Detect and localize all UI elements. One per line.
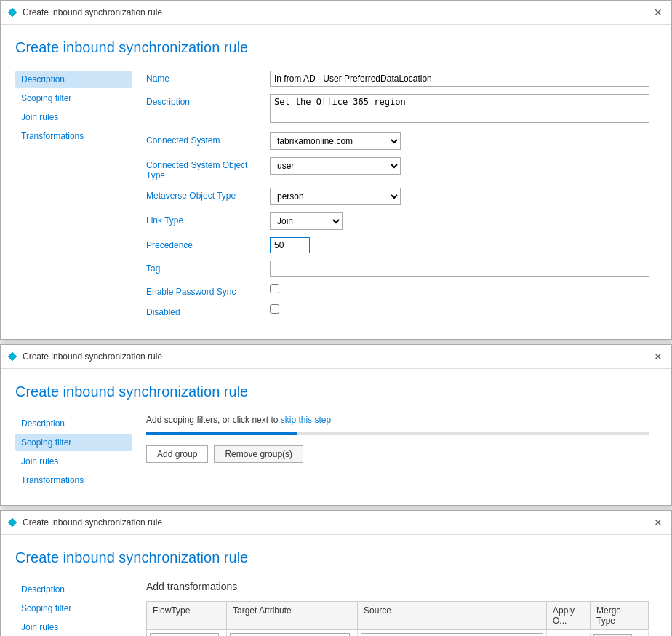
svg-marker-1	[8, 352, 17, 361]
link-type-control: Join	[270, 212, 649, 230]
col-merge: Merge Type	[591, 602, 649, 629]
connected-object-control: user	[270, 157, 649, 175]
main-layout-3: Description Scoping filter Join rules Tr…	[15, 581, 649, 636]
cell-source: msDS-preferredDataLocation	[358, 630, 547, 636]
connected-system-control: fabrikamonline.com	[270, 132, 649, 150]
progress-bar-fill	[146, 432, 297, 435]
page-title-2: Create inbound synchronization rule	[15, 383, 649, 400]
precedence-input[interactable]	[270, 237, 310, 253]
sidebar-3: Description Scoping filter Join rules Tr…	[15, 581, 139, 636]
sidebar-item-transformations-2[interactable]: Transformations	[15, 472, 132, 489]
metaverse-control: person	[270, 188, 649, 205]
close-button-2[interactable]: ✕	[651, 349, 665, 364]
tag-input[interactable]	[270, 261, 649, 277]
remove-group-button[interactable]: Remove group(s)	[214, 445, 303, 463]
title-text-3: Create inbound synchronization rule	[23, 517, 647, 528]
target-attribute-select[interactable]: preferredDataLocation	[230, 633, 350, 636]
add-group-button[interactable]: Add group	[146, 445, 208, 463]
sidebar-item-description-1[interactable]: Description	[15, 71, 132, 88]
scoping-btn-row: Add group Remove group(s)	[146, 445, 649, 463]
sidebar-item-description-2[interactable]: Description	[15, 415, 132, 432]
description-input[interactable]: Set the Office 365 region	[270, 94, 649, 123]
col-apply: Apply O...	[547, 602, 591, 629]
tag-control	[270, 261, 649, 277]
form-area-2: Add scoping filters, or click next to sk…	[139, 415, 649, 490]
col-flowtype: FlowType	[147, 602, 227, 629]
sidebar-item-join-2[interactable]: Join rules	[15, 453, 132, 470]
cell-merge-type: Update	[591, 631, 649, 636]
password-sync-control	[270, 284, 649, 295]
connected-object-row: Connected System Object Type user	[146, 157, 649, 180]
cell-target: preferredDataLocation	[227, 630, 358, 636]
app-icon-2	[7, 351, 18, 362]
connected-object-label: Connected System Object Type	[146, 157, 263, 180]
table-header: FlowType Target Attribute Source Apply O…	[147, 602, 649, 630]
page-title-3: Create inbound synchronization rule	[15, 549, 649, 566]
table-row: Direct preferredDataLocation msDS-prefer…	[147, 630, 649, 636]
skip-link[interactable]: skip this step	[281, 415, 331, 425]
sidebar-2: Description Scoping filter Join rules Tr…	[15, 415, 139, 490]
window-1-content: Create inbound synchronization rule Desc…	[1, 25, 671, 339]
window-1: Create inbound synchronization rule ✕ Cr…	[0, 0, 672, 340]
sidebar-1: Description Scoping filter Join rules Tr…	[15, 71, 139, 325]
window-3: Create inbound synchronization rule ✕ Cr…	[0, 510, 672, 636]
col-source: Source	[358, 602, 547, 629]
connected-object-select[interactable]: user	[270, 157, 401, 175]
name-control	[270, 71, 649, 87]
sidebar-item-scoping-3[interactable]: Scoping filter	[15, 600, 132, 617]
sidebar-item-scoping-1[interactable]: Scoping filter	[15, 90, 132, 107]
close-button-1[interactable]: ✕	[651, 5, 665, 20]
sidebar-item-join-1[interactable]: Join rules	[15, 108, 132, 126]
tag-label: Tag	[146, 261, 263, 274]
form-area-3: Add transformations FlowType Target Attr…	[139, 581, 649, 636]
precedence-label: Precedence	[146, 237, 263, 250]
precedence-control	[270, 237, 649, 253]
connected-system-row: Connected System fabrikamonline.com	[146, 132, 649, 150]
sidebar-item-description-3[interactable]: Description	[15, 581, 132, 598]
link-type-label: Link Type	[146, 212, 263, 226]
title-bar-2: Create inbound synchronization rule ✕	[1, 345, 671, 369]
link-type-row: Link Type Join	[146, 212, 649, 230]
connected-system-select[interactable]: fabrikamonline.com	[270, 132, 401, 150]
window-2: Create inbound synchronization rule ✕ Cr…	[0, 344, 672, 506]
metaverse-row: Metaverse Object Type person	[146, 188, 649, 205]
sidebar-item-transformations-1[interactable]: Transformations	[15, 127, 132, 145]
col-target: Target Attribute	[227, 602, 358, 629]
main-layout-1: Description Scoping filter Join rules Tr…	[15, 71, 649, 325]
window-2-content: Create inbound synchronization rule Desc…	[1, 369, 671, 505]
cell-apply-once	[547, 633, 591, 637]
transformations-subtitle: Add transformations	[146, 581, 649, 592]
close-button-3[interactable]: ✕	[651, 515, 665, 530]
sidebar-item-join-3[interactable]: Join rules	[15, 619, 132, 636]
tag-row: Tag	[146, 261, 649, 277]
metaverse-label: Metaverse Object Type	[146, 188, 263, 201]
main-layout-2: Description Scoping filter Join rules Tr…	[15, 415, 649, 490]
transformations-table: FlowType Target Attribute Source Apply O…	[146, 601, 649, 636]
link-type-select[interactable]: Join	[270, 212, 343, 230]
disabled-label: Disabled	[146, 304, 263, 317]
precedence-row: Precedence	[146, 237, 649, 253]
name-row: Name	[146, 71, 649, 87]
password-sync-checkbox[interactable]	[270, 284, 279, 293]
connected-system-label: Connected System	[146, 132, 263, 146]
flowtype-select[interactable]: Direct	[150, 633, 219, 636]
description-label: Description	[146, 94, 263, 107]
cell-flowtype: Direct	[147, 630, 227, 636]
title-text-1: Create inbound synchronization rule	[23, 7, 647, 17]
description-row: Description Set the Office 365 region	[146, 94, 649, 125]
svg-marker-0	[8, 8, 17, 17]
progress-bar	[146, 432, 649, 435]
title-bar-3: Create inbound synchronization rule ✕	[1, 511, 671, 535]
app-icon-1	[7, 7, 18, 18]
title-text-2: Create inbound synchronization rule	[23, 351, 647, 362]
disabled-checkbox[interactable]	[270, 304, 279, 314]
app-icon-3	[7, 517, 18, 528]
source-select[interactable]: msDS-preferredDataLocation	[361, 633, 543, 636]
password-sync-row: Enable Password Sync	[146, 284, 649, 297]
metaverse-select[interactable]: person	[270, 188, 401, 205]
name-input[interactable]	[270, 71, 649, 87]
password-sync-label: Enable Password Sync	[146, 284, 263, 297]
sidebar-item-scoping-2[interactable]: Scoping filter	[15, 434, 132, 451]
description-control: Set the Office 365 region	[270, 94, 649, 125]
form-area-1: Name Description Set the Office 365 regi…	[139, 71, 649, 325]
